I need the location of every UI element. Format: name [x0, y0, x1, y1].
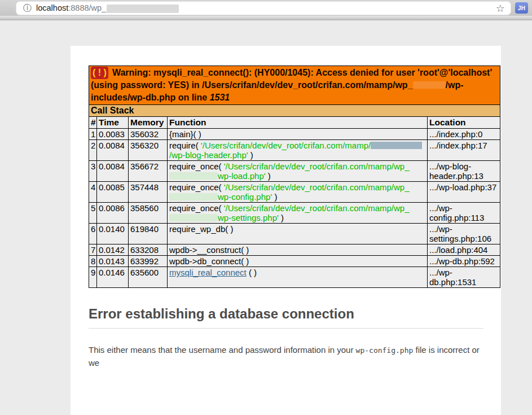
cell-memory: 633992: [129, 256, 168, 267]
function-name: require_wp_db( ): [169, 224, 233, 234]
error-banner: ( ! )Warning: mysqli_real_connect(): (HY…: [89, 66, 500, 105]
paragraph-pre: This either means that the username and …: [89, 345, 356, 355]
toolbar-divider: [0, 16, 532, 20]
col-header-location: Location: [428, 117, 500, 129]
cell-location: .../load.php:404: [428, 244, 500, 256]
cell-memory: 619840: [129, 224, 168, 244]
call-stack-title: Call Stack: [89, 105, 500, 117]
profile-avatar[interactable]: JH: [515, 2, 528, 14]
cell-num: 5: [89, 203, 97, 224]
call-stack-row: 50.0086358560require_once( '/Users/crifa…: [89, 203, 500, 224]
call-stack-row: 90.0146635600mysqli_real_connect ( ).../…: [89, 267, 500, 288]
cell-time: 0.0084: [97, 140, 129, 161]
cell-function: require_once( '/Users/crifan/dev/dev_roo…: [168, 182, 428, 203]
url-text: localhost:8888/wp_: [36, 3, 179, 13]
cell-time: 0.0086: [97, 203, 129, 224]
cell-function: wpdb->db_connect( ): [168, 256, 428, 267]
page-title: Error establishing a database connection: [89, 306, 483, 329]
banner-redaction-box: [413, 81, 446, 89]
function-name: wpdb->db_connect( ): [169, 256, 249, 266]
function-name: {main}( ): [169, 129, 201, 139]
bookmark-star-icon[interactable]: ☆: [496, 3, 505, 14]
cell-memory: 356672: [129, 161, 168, 182]
cell-num: 6: [89, 224, 97, 244]
col-header-time: Time: [97, 117, 129, 129]
function-name: require_once(: [169, 203, 224, 213]
function-close: ): [272, 192, 277, 202]
call-stack-row: 70.0142633208wpdb->__construct( ).../loa…: [89, 244, 500, 256]
cell-memory: 357448: [129, 182, 168, 203]
cell-num: 7: [89, 244, 97, 256]
function-close: ): [266, 171, 271, 181]
cell-num: 1: [89, 129, 97, 140]
xdebug-error-table: ( ! )Warning: mysqli_real_connect(): (HY…: [89, 65, 500, 288]
info-icon[interactable]: ⓘ: [23, 3, 32, 14]
cell-num: 3: [89, 161, 97, 182]
cell-function: require_once( '/Users/crifan/dev/dev_roo…: [168, 161, 428, 182]
function-name: require_once(: [169, 182, 224, 192]
col-header-function: Function: [168, 117, 428, 129]
cell-memory: 358560: [129, 203, 168, 224]
cell-function: require_wp_db( ): [168, 224, 428, 244]
cell-function: require_once( '/Users/crifan/dev/dev_roo…: [168, 203, 428, 224]
file-path: '/Users/crifan/dev/dev_root/crifan.com/m…: [224, 161, 410, 171]
cell-time: 0.0146: [97, 267, 129, 288]
function-name: require(: [169, 141, 201, 150]
cell-num: 8: [89, 256, 97, 267]
function-doc-link[interactable]: mysqli_real_connect: [169, 268, 247, 277]
file-path: wp-config.php': [218, 192, 272, 202]
page-background: ( ! )Warning: mysqli_real_connect(): (HY…: [0, 46, 532, 415]
cell-location: .../index.php:17: [428, 140, 500, 161]
col-header-memory: Memory: [129, 117, 168, 129]
cell-num: 2: [89, 140, 97, 161]
col-header-num: #: [89, 117, 97, 129]
call-stack-row: 80.0143633992wpdb->db_connect( ).../wp-d…: [89, 256, 500, 267]
path-redaction-box: [169, 193, 218, 200]
cell-num: 9: [89, 267, 97, 288]
cell-time: 0.0083: [97, 129, 129, 140]
cell-function: {main}( ): [168, 129, 428, 140]
banner-line-number: 1531: [210, 93, 230, 102]
file-path: wp-settings.php': [218, 213, 279, 222]
path-redaction-box: [371, 142, 422, 149]
cell-function: wpdb->__construct( ): [168, 244, 428, 256]
cell-location: .../index.php:0: [428, 129, 500, 140]
cell-location: .../wp-blog-header.php:13: [428, 161, 500, 182]
cell-function: mysqli_real_connect ( ): [168, 267, 428, 288]
file-path: '/Users/crifan/dev/dev_root/crifan.com/m…: [224, 203, 410, 213]
function-close: ): [248, 150, 253, 160]
cell-location: .../wp-load.php:37: [428, 182, 500, 203]
call-stack-header-row: # Time Memory Function Location: [89, 117, 500, 129]
wp-config-code: wp-config.php: [356, 346, 414, 355]
function-args: ( ): [247, 268, 257, 277]
url-redaction-box: [107, 5, 179, 13]
cell-location: .../wp-db.php:1531: [428, 267, 500, 288]
cell-num: 4: [89, 182, 97, 203]
error-paragraph: This either means that the username and …: [89, 344, 483, 369]
cell-memory: 635600: [129, 267, 168, 288]
cell-memory: 633208: [129, 244, 168, 256]
function-name: require_once(: [169, 161, 224, 171]
path-redaction-box: [169, 214, 218, 221]
cell-time: 0.0142: [97, 244, 129, 256]
content-card: ( ! )Warning: mysqli_real_connect(): (HY…: [71, 46, 501, 415]
path-redaction-box: [169, 172, 218, 180]
call-stack-row: 10.0083356032{main}( ).../index.php:0: [89, 129, 500, 140]
url-path: :8888/wp_: [68, 3, 106, 12]
warning-icon: ( ! ): [91, 67, 108, 79]
file-path: '/Users/crifan/dev/dev_root/crifan.com/m…: [224, 182, 410, 192]
call-stack-row: 60.0140619840require_wp_db( ).../wp-sett…: [89, 224, 500, 244]
url-domain: localhost: [36, 3, 68, 12]
call-stack-title-row: Call Stack: [89, 105, 500, 117]
function-close: ): [279, 213, 284, 222]
cell-time: 0.0085: [97, 182, 129, 203]
call-stack-row: 40.0085357448require_once( '/Users/crifa…: [89, 182, 500, 203]
cell-location: .../wp-db.php:592: [428, 256, 500, 267]
address-bar[interactable]: ⓘ localhost:8888/wp_ ☆: [16, 1, 511, 15]
function-name: wpdb->__construct( ): [169, 245, 249, 255]
cell-time: 0.0084: [97, 161, 129, 182]
file-path: '/Users/crifan/dev/dev_root/crifan.com/m…: [201, 141, 371, 150]
cell-time: 0.0140: [97, 224, 129, 244]
cell-location: .../wp-settings.php:106: [428, 224, 500, 244]
call-stack-row: 20.0084356320require( '/Users/crifan/dev…: [89, 140, 500, 161]
